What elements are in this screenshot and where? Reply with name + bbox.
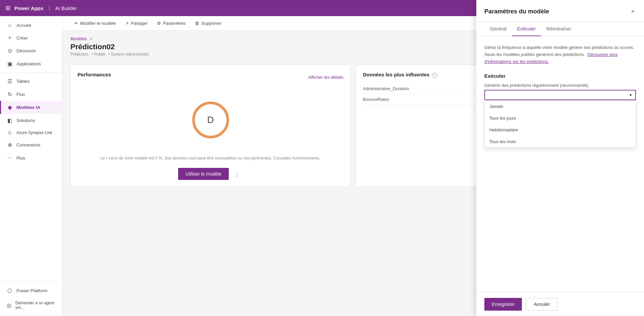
option-hebdomadaire-label: Hebdomadaire: [489, 127, 518, 132]
cancel-button[interactable]: Annuler: [526, 298, 557, 311]
field-predictions-label: Générer des prédictions régulièrement (r…: [484, 83, 636, 88]
tab-executer-label: Exécuter: [517, 26, 536, 31]
app-logo: Power Apps: [14, 5, 43, 11]
meta-owner: System Administrator: [108, 52, 149, 57]
modify-label: Modifier le modèle: [80, 21, 116, 26]
frequency-dropdown[interactable]: ▾: [484, 90, 636, 100]
card-actions: Utiliser le modèle ⋮: [77, 168, 343, 180]
panel-close-button[interactable]: ×: [630, 7, 636, 16]
sidebar-divider: [0, 72, 62, 73]
sidebar-item-connexions[interactable]: ⊕ Connexions: [0, 138, 62, 151]
sidebar-bottom-divider: [0, 282, 62, 282]
use-model-button[interactable]: Utiliser le modèle: [178, 168, 229, 180]
settings-panel: Paramètres du modèle × Général Exécuter …: [476, 0, 644, 316]
azure-icon: ⟨⟩: [6, 130, 13, 135]
dropdown-menu: Jamais Tous les jours Hebdomadaire Tous …: [484, 100, 636, 148]
sidebar-label-accueil: Accueil: [16, 23, 31, 28]
dropdown-item-hebdomadaire[interactable]: Hebdomadaire: [485, 124, 636, 136]
breadcrumb-parent[interactable]: Modèles: [70, 36, 87, 41]
sidebar-item-azure-synapse[interactable]: ⟨⟩ Azure Synapse Link: [0, 127, 62, 138]
view-details-link[interactable]: Afficher les détails: [308, 75, 343, 80]
share-button[interactable]: ↗ Partager: [121, 19, 152, 28]
panel-body: Gérez la fréquence à laquelle votre modè…: [476, 36, 644, 292]
modify-model-button[interactable]: ✏ Modifier le modèle: [70, 19, 120, 28]
sidebar-label-flux: Flux: [16, 92, 25, 97]
info-icon: i: [432, 73, 437, 78]
data-item-label-1: Administrative_Duration: [363, 86, 409, 91]
solutions-icon: ◧: [6, 117, 13, 124]
save-button[interactable]: Enregistrer: [484, 298, 522, 311]
option-jamais-label: Jamais: [489, 104, 503, 109]
dropdown-item-tous-les-mois[interactable]: Tous les mois: [485, 136, 636, 147]
modeles-icon: ◈: [6, 104, 13, 111]
tab-executer[interactable]: Exécuter: [512, 22, 541, 36]
panel-title: Paramètres du modèle: [484, 8, 549, 15]
section-executer-label: Exécuter: [484, 73, 636, 79]
sidebar-item-plus[interactable]: ··· Plus: [0, 151, 62, 164]
params-label: Paramètres: [163, 21, 185, 26]
panel-footer: Enregistrer Annuler: [476, 292, 644, 316]
performance-card-header: Performances Afficher les détails: [77, 72, 343, 83]
edit-icon: ✏: [74, 21, 78, 26]
power-platform-icon: ⬡: [6, 288, 13, 294]
sidebar-label-decouvrir: Découvrir: [16, 48, 36, 53]
option-tous-mois-label: Tous les mois: [489, 139, 516, 144]
sidebar-label-creer: Créer: [16, 36, 28, 41]
sidebar-label-solutions: Solutions: [16, 118, 35, 123]
sidebar-item-solutions[interactable]: ◧ Solutions: [0, 114, 62, 127]
sidebar-item-applications[interactable]: ▣ Applications: [0, 57, 62, 70]
tab-reentrainer[interactable]: Réentraîner: [541, 22, 577, 36]
flux-icon: ↻: [6, 91, 13, 98]
sidebar-item-tables[interactable]: ☰ Tables: [0, 75, 62, 88]
sidebar-item-power-platform[interactable]: ⬡ Power Platform: [0, 284, 62, 297]
delete-label: Supprimer: [201, 21, 221, 26]
connexions-icon: ⊕: [6, 142, 13, 148]
plus-icon: +: [6, 35, 13, 41]
performance-title: Performances: [77, 72, 111, 77]
close-icon: ×: [631, 8, 635, 15]
sidebar-label-modeles-ia: Modèles IA: [16, 105, 40, 110]
sidebar-item-flux[interactable]: ↻ Flux: [0, 88, 62, 101]
sidebar-label-tables: Tables: [16, 79, 30, 84]
more-options-button[interactable]: ⋮: [231, 169, 243, 179]
sidebar-label-applications: Applications: [16, 61, 41, 66]
data-title-text: Données les plus influentes: [363, 72, 429, 77]
performance-circle: D: [192, 102, 229, 138]
topbar-separator: |: [49, 5, 50, 11]
sidebar-item-agent[interactable]: ◎ Demander à un agent virt…: [0, 297, 62, 313]
dropdown-container: ▾ Jamais Tous les jours Hebdomadaire Tou…: [484, 90, 636, 100]
chevron-down-icon: ▾: [630, 92, 632, 98]
meta-type: Prédiction: [70, 52, 88, 57]
grid-icon[interactable]: ⊞: [5, 4, 10, 12]
share-label: Partager: [131, 21, 148, 26]
panel-tabs: Général Exécuter Réentraîner: [476, 22, 644, 36]
discover-icon: ⊙: [6, 48, 13, 54]
more-icon: ···: [6, 155, 13, 161]
dropdown-item-jamais[interactable]: Jamais: [485, 101, 636, 112]
delete-button[interactable]: 🗑 Supprimer: [191, 19, 225, 28]
tab-reentrainer-label: Réentraîner: [546, 26, 571, 31]
tab-general[interactable]: Général: [484, 22, 512, 36]
performance-letter: D: [207, 115, 214, 125]
sidebar-item-decouvrir[interactable]: ⊙ Découvrir: [0, 44, 62, 57]
sidebar-label-azure-synapse: Azure Synapse Link: [16, 130, 52, 135]
share-icon: ↗: [125, 21, 129, 26]
sidebar-label-plus: Plus: [16, 155, 25, 161]
params-button[interactable]: ⚙ Paramètres: [153, 19, 190, 28]
panel-header: Paramètres du modèle ×: [476, 0, 644, 22]
dropdown-item-tous-les-jours[interactable]: Tous les jours: [485, 112, 636, 124]
data-item-label-2: BounceRates: [363, 97, 389, 102]
settings-icon: ⚙: [157, 21, 161, 26]
option-tous-jours-label: Tous les jours: [489, 116, 516, 121]
sidebar-item-modeles-ia[interactable]: ◈ Modèles IA: [0, 101, 62, 114]
sidebar-label-agent: Demander à un agent virt…: [15, 301, 57, 310]
topbar-app-name: AI Builder: [55, 5, 77, 11]
performance-circle-container: D: [77, 88, 343, 145]
sidebar-item-creer[interactable]: + Créer: [0, 31, 62, 44]
sidebar-item-accueil[interactable]: ⌂ Accueil: [0, 19, 62, 31]
panel-description: Gérez la fréquence à laquelle votre modè…: [484, 44, 636, 65]
sidebar: ⌂ Accueil + Créer ⊙ Découvrir ▣ Applicat…: [0, 16, 62, 316]
data-title: Données les plus influentes i: [363, 72, 437, 78]
tab-general-label: Général: [490, 26, 506, 31]
home-icon: ⌂: [6, 22, 13, 28]
